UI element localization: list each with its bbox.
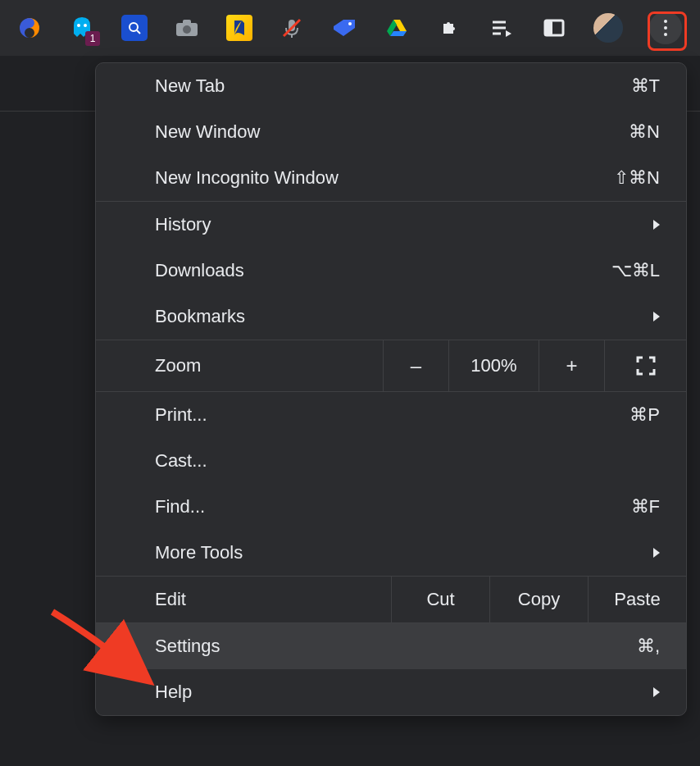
menu-item-shortcut: ⌘N — [629, 121, 660, 143]
fullscreen-icon — [636, 356, 656, 376]
menu-cast[interactable]: Cast... — [96, 438, 686, 484]
zoom-label: Zoom — [96, 355, 383, 376]
svg-point-2 — [130, 23, 138, 31]
edit-copy-button[interactable]: Copy — [489, 577, 588, 622]
menu-item-label: Cast... — [155, 450, 207, 472]
menu-item-label: Help — [155, 682, 192, 703]
ghostery-extension-icon[interactable]: 1 — [69, 15, 95, 41]
menu-item-shortcut: ⌘P — [630, 404, 660, 426]
menu-item-label: Find... — [155, 496, 205, 518]
menu-downloads[interactable]: Downloads ⌥⌘L — [96, 248, 686, 294]
menu-new-tab[interactable]: New Tab ⌘T — [96, 63, 686, 109]
mic-muted-extension-icon[interactable] — [279, 15, 305, 41]
menu-item-label: Print... — [155, 404, 207, 426]
menu-new-incognito[interactable]: New Incognito Window ⇧⌘N — [96, 155, 686, 201]
menu-edit-row: Edit Cut Copy Paste — [96, 577, 686, 622]
menu-item-shortcut: ⌥⌘L — [611, 260, 660, 281]
extensions-puzzle-icon[interactable] — [436, 15, 462, 41]
svg-point-1 — [84, 24, 87, 27]
svg-point-10 — [348, 22, 352, 25]
menu-item-shortcut: ⇧⌘N — [614, 167, 660, 189]
menu-item-shortcut: ⌘T — [631, 75, 660, 97]
extension-badge: 1 — [85, 31, 100, 46]
submenu-arrow-icon — [653, 687, 660, 697]
edit-paste-button[interactable]: Paste — [588, 577, 686, 622]
submenu-arrow-icon — [653, 312, 660, 321]
zoom-in-button[interactable]: + — [539, 340, 604, 391]
menu-settings[interactable]: Settings ⌘, — [96, 623, 686, 669]
menu-find[interactable]: Find... ⌘F — [96, 484, 686, 530]
menu-more-tools[interactable]: More Tools — [96, 530, 686, 576]
menu-item-label: Downloads — [155, 260, 244, 281]
notes-extension-icon[interactable] — [226, 15, 252, 41]
menu-item-label: History — [155, 214, 211, 235]
chrome-main-menu: New Tab ⌘T New Window ⌘N New Incognito W… — [95, 62, 687, 716]
tag-extension-icon[interactable] — [331, 15, 357, 41]
google-drive-extension-icon[interactable] — [384, 15, 410, 41]
similarweb-extension-icon[interactable] — [16, 15, 43, 41]
fullscreen-button[interactable] — [604, 340, 686, 391]
svg-point-6 — [183, 25, 191, 34]
submenu-arrow-icon — [653, 220, 660, 230]
menu-item-label: New Incognito Window — [155, 167, 339, 189]
menu-item-label: New Window — [155, 121, 260, 143]
menu-bookmarks[interactable]: Bookmarks — [96, 294, 686, 340]
extensions-toolbar: 1 — [0, 0, 700, 56]
profile-avatar[interactable] — [593, 13, 623, 43]
menu-item-shortcut: ⌘, — [637, 636, 660, 657]
menu-item-shortcut: ⌘F — [631, 496, 660, 518]
menu-zoom-row: Zoom – 100% + — [96, 340, 686, 391]
menu-print[interactable]: Print... ⌘P — [96, 392, 686, 438]
edit-cut-button[interactable]: Cut — [391, 577, 489, 622]
camera-extension-icon[interactable] — [174, 15, 200, 41]
submenu-arrow-icon — [653, 548, 660, 558]
menu-item-label: New Tab — [155, 75, 225, 97]
zoom-out-button[interactable]: – — [383, 340, 448, 391]
svg-rect-5 — [183, 20, 191, 25]
zoom-value: 100% — [448, 340, 539, 391]
menu-new-window[interactable]: New Window ⌘N — [96, 109, 686, 155]
menu-help[interactable]: Help — [96, 669, 686, 715]
menu-item-label: Settings — [155, 636, 220, 657]
side-panel-icon[interactable] — [541, 15, 567, 41]
search-extension-icon[interactable] — [121, 15, 148, 41]
svg-rect-15 — [545, 21, 552, 35]
more-menu-button[interactable] — [649, 11, 682, 44]
svg-line-3 — [137, 30, 140, 34]
edit-label: Edit — [96, 577, 391, 622]
media-controls-icon[interactable] — [489, 15, 515, 41]
menu-history[interactable]: History — [96, 202, 686, 248]
menu-item-label: Bookmarks — [155, 306, 245, 327]
menu-item-label: More Tools — [155, 542, 243, 563]
svg-point-0 — [77, 24, 80, 27]
